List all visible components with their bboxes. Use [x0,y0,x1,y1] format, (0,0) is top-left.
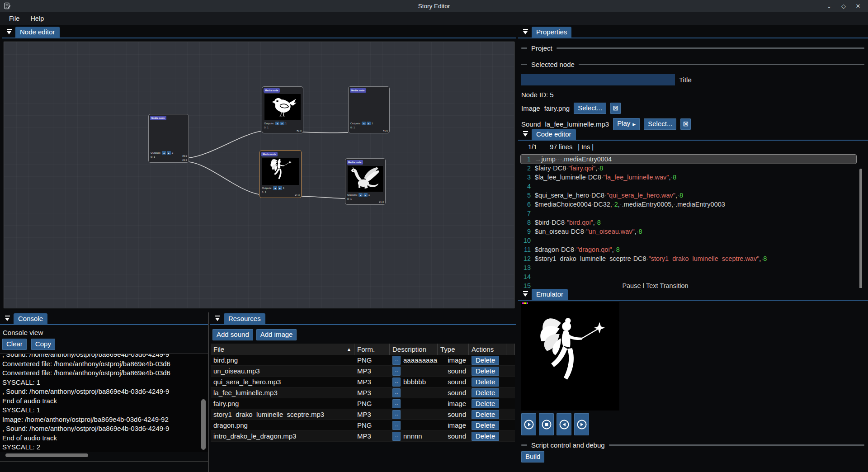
column-header-form[interactable]: Form. [354,344,390,355]
delete-button[interactable]: Delete [472,421,499,430]
story-node[interactable]: Media nodeOutputs:◀▶10: 1#1:0 [345,158,386,205]
table-row[interactable]: la_fee_luminelle.mp3MP3..soundDelete [211,387,515,398]
cell-format: PNG [354,398,390,409]
code-line[interactable]: 3$la_fee_luminelle·DC8·"la_fee_luminelle… [521,173,856,182]
code-line[interactable]: 2$fairy·DC8·"fairy.qoi",·8 [521,164,856,173]
story-node[interactable]: Media nodeOutputs:◀▶10: 1#1:0 [262,86,303,133]
collapse-console-button[interactable] [2,313,13,324]
code-line[interactable]: 1→jump···.mediaEntry0004 [521,155,856,164]
table-row[interactable]: story1_drako_luminelle_sceptre.mp3MP3..s… [211,409,515,420]
column-header-type[interactable]: Type [438,344,469,355]
edit-description-button[interactable]: .. [392,356,401,365]
table-row[interactable]: fairy.pngPNG..imageDelete [211,398,515,409]
add-image-button[interactable]: Add image [256,329,297,340]
delete-button[interactable]: Delete [472,388,499,397]
delete-button[interactable]: Delete [472,410,499,419]
table-row[interactable]: dragon.pngPNG..imageDelete [211,420,515,431]
play-button[interactable] [521,413,536,435]
step-back-button[interactable] [557,413,571,435]
maximize-button[interactable]: ◇ [840,3,847,9]
console-resources-divider[interactable] [208,312,209,472]
outputs-decrement-button[interactable]: ◀ [275,122,279,125]
story-node[interactable]: Media nodeOutputs:◀▶20: 1#0:2#1:2 [148,114,189,163]
code-line[interactable]: 10 [521,236,856,245]
console-log[interactable]: , Sound: /home/anthony/ostproj/ba869e4b-… [0,354,208,452]
resources-right-divider[interactable] [517,311,517,472]
outputs-increment-button[interactable]: ▶ [167,151,171,155]
edit-description-button[interactable]: .. [392,388,401,397]
node-graph-canvas[interactable]: Media nodeOutputs:◀▶20: 1#0:2#1:2Media n… [4,42,514,308]
code-line[interactable]: 5$qui_sera_le_hero·DC8·"qui_sera_le_hero… [521,191,856,200]
code-line[interactable]: 11$dragon·DC8·"dragon.qoi",·8 [521,245,856,254]
delete-button[interactable]: Delete [472,432,499,441]
code-line[interactable]: 6$mediaChoice0004·DC32,·2,·.mediaEntry00… [521,200,856,209]
collapse-resources-button[interactable] [212,313,223,324]
edit-description-button[interactable]: .. [392,367,401,376]
delete-button[interactable]: Delete [472,356,499,365]
outputs-increment-button[interactable]: ▶ [280,122,284,125]
table-row[interactable]: qui_sera_le_hero.mp3MP3..bbbbbbsoundDele… [211,377,515,387]
outputs-decrement-button[interactable]: ◀ [362,122,366,125]
outputs-increment-button[interactable]: ▶ [363,193,368,197]
console-vertical-scrollbar[interactable] [201,399,206,450]
tab-node-editor[interactable]: Node editor [15,27,60,38]
code-token: DC8 [561,245,574,254]
tab-code-editor[interactable]: Code editor [532,129,576,140]
step-forward-button[interactable] [574,413,589,435]
tab-properties[interactable]: Properties [532,27,571,38]
minimize-button[interactable]: ⌄ [826,3,833,9]
table-row[interactable]: bird.pngPNG..aaaaaaaaaimageDelete [211,355,515,366]
console-copy-button[interactable]: Copy [31,339,55,350]
story-node[interactable]: Media nodeOutputs:◀▶10: 1#1:0 [259,150,302,198]
collapse-code-editor-button[interactable] [520,128,531,139]
edit-description-button[interactable]: .. [392,421,401,430]
code-line[interactable]: 13 [521,263,856,272]
collapse-node-editor-button[interactable] [4,26,14,37]
delete-button[interactable]: Delete [472,378,499,387]
console-horizontal-scrollbar[interactable] [5,453,88,457]
image-select-button[interactable]: Select... [574,103,606,114]
menu-item-help[interactable]: Help [25,14,49,24]
delete-button[interactable]: Delete [472,399,499,408]
outputs-increment-button[interactable]: ▶ [278,186,282,190]
code-line[interactable]: 4 [521,182,856,191]
titlebar[interactable]: Story Editor ⌄ ◇ ✕ [0,0,868,12]
column-header-actions[interactable]: Actions [469,344,506,355]
node-title-input[interactable] [521,74,675,85]
stop-button[interactable] [539,413,554,435]
menu-item-file[interactable]: File [4,14,25,24]
node-editor-panel: Node editor Media nodeOutputs:◀▶20: 1#0:… [2,26,516,309]
code-line[interactable]: 12$story1_drako_luminelle_sceptre·DC8·"s… [521,254,856,263]
build-button[interactable]: Build [521,451,544,463]
edit-description-button[interactable]: .. [392,399,401,408]
outputs-decrement-button[interactable]: ◀ [162,151,166,155]
table-row[interactable]: intro_drako_le_dragon.mp3MP3..nnnnnsound… [211,431,515,442]
code-text-area[interactable]: 1→jump···.mediaEntry00042$fairy·DC8·"fai… [519,155,868,288]
tab-resources[interactable]: Resources [224,313,265,324]
code-line[interactable]: 7 [521,209,856,218]
code-line[interactable]: 8$bird·DC8·"bird.qoi",·8 [521,218,856,227]
outputs-increment-button[interactable]: ▶ [367,122,371,125]
edit-description-button[interactable]: .. [392,378,401,387]
story-node[interactable]: Media nodeOutputs:◀▶10: 1#1:0 [348,86,390,133]
outputs-decrement-button[interactable]: ◀ [359,193,363,197]
add-sound-button[interactable]: Add sound [212,329,253,340]
collapse-emulator-button[interactable] [520,288,531,299]
console-clear-button[interactable]: Clear [2,339,27,350]
outputs-decrement-button[interactable]: ◀ [273,186,277,190]
image-clear-button[interactable]: ⊠ [610,103,621,114]
code-line[interactable]: 14 [521,272,856,281]
delete-button[interactable]: Delete [472,367,499,376]
collapse-properties-button[interactable] [520,26,531,37]
column-header-file[interactable]: File▲ [211,344,354,355]
edit-description-button[interactable]: .. [392,432,401,441]
column-header-description[interactable]: Description [390,344,438,355]
edit-description-button[interactable]: .. [392,410,401,419]
code-editor-scrollbar[interactable] [859,169,862,288]
table-row[interactable]: un_oiseau.mp3MP3..soundDelete [211,366,515,377]
close-button[interactable]: ✕ [854,3,862,9]
code-line[interactable]: 15 Pause | Text Transition [521,281,856,288]
code-line[interactable]: 9$un_oiseau·DC8·"un_oiseau.wav",·8 [521,227,856,236]
tab-console[interactable]: Console [14,313,47,324]
tab-emulator[interactable]: Emulator [532,289,568,300]
